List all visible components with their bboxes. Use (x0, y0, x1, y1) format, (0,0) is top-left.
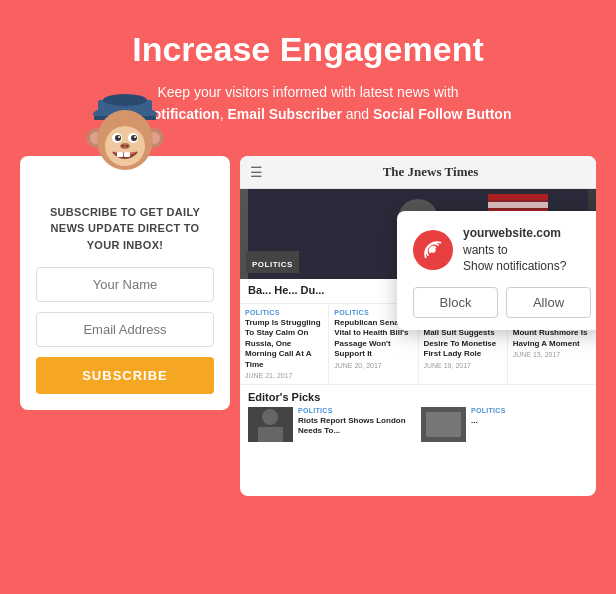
svg-point-18 (126, 144, 129, 147)
svg-rect-27 (488, 202, 548, 208)
svg-point-35 (262, 409, 278, 425)
pick-image-1 (248, 407, 293, 442)
subtitle-bold3: Social Follow Button (373, 106, 511, 122)
card-date-4: JUNE 13, 2017 (513, 351, 591, 358)
pick-tag-2: POLITICS (471, 407, 506, 414)
notification-buttons: Block Allow (413, 287, 591, 318)
hamburger-icon: ☰ (250, 164, 263, 180)
pick-card-2: POLITICS ... (421, 407, 588, 442)
allow-button[interactable]: Allow (506, 287, 591, 318)
subscribe-panel: Subscribe to get daily news update direc… (20, 156, 230, 411)
svg-rect-19 (117, 152, 123, 157)
news-tag-bar: POLITICS (246, 251, 299, 273)
monkey-mascot (80, 86, 170, 176)
notification-popup: yourwebsite.com wants to Show notificati… (397, 211, 596, 330)
block-button[interactable]: Block (413, 287, 498, 318)
card-date-2: JUNE 20, 2017 (334, 362, 412, 369)
pick-card-1: POLITICS Riots Report Shows London Needs… (248, 407, 415, 442)
card-title-1: Trump Is Struggling To Stay Calm On Russ… (245, 318, 323, 370)
svg-rect-26 (488, 194, 548, 200)
browser-bar: ☰ The Jnews Times (240, 156, 596, 189)
subtitle-normal: Keep your visitors informed with latest … (157, 84, 458, 100)
pick-title-1: Riots Report Shows London Needs To... (298, 416, 415, 437)
subscribe-button[interactable]: Subscribe (36, 357, 214, 394)
email-input[interactable] (36, 312, 214, 347)
browser-content: POLITICS Ba... He... Du... (240, 189, 596, 446)
main-container: Increase Engagement Keep your visitors i… (0, 0, 616, 594)
notification-icon (413, 230, 453, 270)
notification-site-url: yourwebsite.com (463, 226, 561, 240)
editors-picks-title: Editor's Picks (248, 391, 588, 403)
subtitle-sep2: and (342, 106, 373, 122)
card-date-3: JUNE 19, 2017 (424, 362, 502, 369)
pick-text-1: POLITICS Riots Report Shows London Needs… (298, 407, 415, 442)
editors-picks: Editor's Picks POLITICS (240, 384, 596, 446)
notification-message2: Show notifications? (463, 259, 566, 273)
svg-rect-36 (258, 427, 283, 442)
svg-point-14 (118, 136, 120, 138)
svg-rect-38 (426, 412, 461, 437)
news-tag: POLITICS (252, 260, 293, 269)
svg-point-15 (134, 136, 136, 138)
card-date-1: JUNE 21, 2017 (245, 372, 323, 379)
picks-row: POLITICS Riots Report Shows London Needs… (248, 407, 588, 442)
browser-panel: ☰ The Jnews Times (240, 156, 596, 496)
svg-point-2 (103, 94, 147, 106)
news-card-1: POLITICS Trump Is Struggling To Stay Cal… (240, 304, 329, 384)
subtitle-bold2: Email Subscriber (227, 106, 341, 122)
svg-point-17 (122, 144, 125, 147)
browser-title: The Jnews Times (275, 164, 586, 180)
name-input[interactable] (36, 267, 214, 302)
hero-title: Increase Engagement (105, 30, 512, 69)
pick-tag-1: POLITICS (298, 407, 415, 414)
card-tag-1: POLITICS (245, 309, 323, 316)
svg-point-13 (131, 135, 137, 141)
content-area: Subscribe to get daily news update direc… (0, 146, 616, 496)
notification-wants: wants to (463, 243, 508, 257)
pick-title-2: ... (471, 416, 506, 426)
pick-text-2: POLITICS ... (471, 407, 506, 442)
subscribe-heading: Subscribe to get daily news update direc… (36, 204, 214, 254)
svg-rect-20 (124, 152, 130, 157)
notification-header: yourwebsite.com wants to Show notificati… (413, 225, 591, 275)
notification-text: yourwebsite.com wants to Show notificati… (463, 225, 591, 275)
svg-point-12 (115, 135, 121, 141)
pick-image-2 (421, 407, 466, 442)
